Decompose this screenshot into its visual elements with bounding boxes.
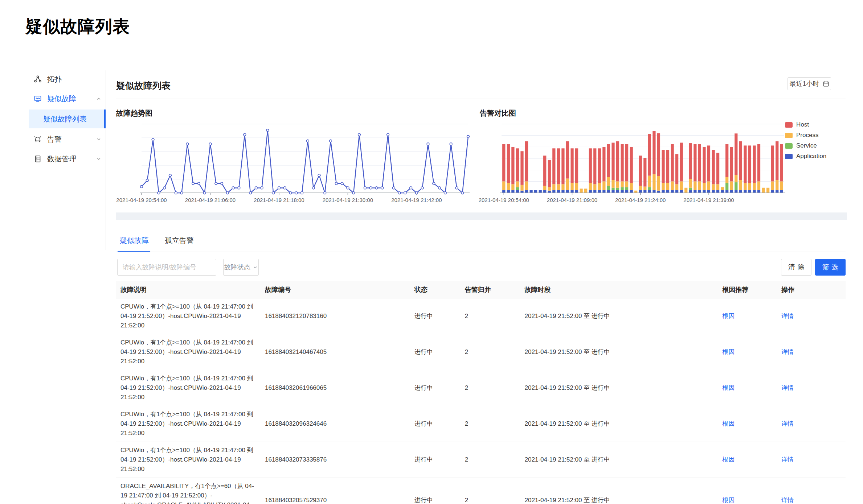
- col-header-desc: 故障说明: [116, 285, 261, 294]
- col-header-id: 故障编号: [261, 285, 410, 294]
- legend-swatch: [785, 154, 793, 159]
- alarm-merge-count: 2: [461, 492, 520, 504]
- table-body: CPUWio，有1个点>=100（从 04-19 21:47:00 到 04-1…: [116, 298, 846, 504]
- fault-description: ORACLE_AVAILABILITY，有1个点>=60（从 04-19 21:…: [116, 478, 261, 504]
- database-icon: [34, 155, 42, 163]
- table-row: CPUWio，有1个点>=100（从 04-19 21:47:00 到 04-1…: [116, 370, 846, 406]
- fault-status: 进行中: [410, 308, 461, 325]
- svg-text:2021-04-19 21:39:00: 2021-04-19 21:39:00: [683, 197, 734, 203]
- col-header-status: 状态: [410, 285, 461, 294]
- sidebar-item-label: 疑似故障: [47, 94, 76, 104]
- chevron-down-icon: [96, 156, 101, 161]
- alarm-merge-count: 2: [461, 416, 520, 432]
- fault-description: CPUWio，有1个点>=100（从 04-19 21:47:00 到 04-1…: [116, 298, 261, 334]
- legend-label: Process: [796, 132, 818, 139]
- filter-button[interactable]: 筛选: [815, 259, 846, 276]
- detail-link[interactable]: 详情: [781, 497, 794, 504]
- alarm-merge-count: 2: [461, 344, 520, 360]
- legend-label: Host: [796, 121, 809, 128]
- fault-status: 进行中: [410, 380, 461, 396]
- topology-icon: [34, 75, 42, 83]
- time-range-label: 最近1小时: [789, 79, 819, 88]
- sidebar-item-suspected-fault[interactable]: 疑似故障: [29, 90, 106, 107]
- legend-item-host[interactable]: Host: [785, 121, 826, 128]
- svg-text:2021-04-19 21:06:00: 2021-04-19 21:06:00: [185, 197, 236, 203]
- fault-period: 2021-04-19 21:52:00 至 进行中: [520, 492, 718, 504]
- panel-title: 疑似故障列表: [116, 80, 171, 92]
- col-header-period: 故障时段: [520, 285, 718, 294]
- status-select-label: 故障状态: [224, 263, 250, 272]
- alarm-merge-count: 2: [461, 308, 520, 325]
- calendar-icon: [823, 80, 829, 87]
- chevron-up-icon: [96, 96, 101, 101]
- alarm-compare-bar-chart: 2021-04-19 20:54:002021-04-19 21:09:0020…: [500, 121, 787, 205]
- root-cause-link[interactable]: 根因: [722, 420, 735, 427]
- col-header-merge: 告警归并: [461, 285, 520, 294]
- fault-trend-line-chart: 2021-04-19 20:54:002021-04-19 21:06:0020…: [140, 121, 470, 205]
- table-header-row: 故障说明 故障编号 状态 告警归并 故障时段 根因推荐 操作: [116, 281, 846, 298]
- detail-link[interactable]: 详情: [781, 384, 794, 391]
- root-cause-link[interactable]: 根因: [722, 348, 735, 355]
- fault-status: 进行中: [410, 451, 461, 468]
- col-header-rootcause: 根因推荐: [718, 285, 777, 294]
- fault-status: 进行中: [410, 344, 461, 360]
- fault-period: 2021-04-19 21:52:00 至 进行中: [520, 451, 718, 468]
- legend-swatch: [785, 122, 793, 128]
- chevron-down-icon: [96, 137, 101, 142]
- header-divider: [116, 99, 846, 99]
- sidebar-item-data-management[interactable]: 数据管理: [29, 150, 106, 168]
- root-cause-link[interactable]: 根因: [722, 497, 735, 504]
- root-cause-link[interactable]: 根因: [722, 456, 735, 463]
- detail-link[interactable]: 详情: [781, 420, 794, 427]
- chart-legend: HostProcessServiceApplication: [785, 121, 826, 160]
- detail-link[interactable]: 详情: [781, 313, 794, 319]
- sidebar-item-alarm[interactable]: 告警: [29, 131, 106, 148]
- table-row: ORACLE_AVAILABILITY，有1个点>=60（从 04-19 21:…: [116, 478, 846, 504]
- page-title: 疑似故障列表: [25, 15, 130, 38]
- search-input[interactable]: [117, 259, 216, 276]
- sidebar-item-label: 数据管理: [47, 154, 76, 164]
- alarm-merge-count: 2: [461, 451, 520, 468]
- chevron-down-icon: [253, 265, 258, 270]
- sidebar-item-label: 告警: [47, 135, 62, 144]
- table-row: CPUWio，有1个点>=100（从 04-19 21:47:00 到 04-1…: [116, 334, 846, 370]
- fault-period: 2021-04-19 21:52:00 至 进行中: [520, 308, 718, 325]
- legend-item-process[interactable]: Process: [785, 132, 826, 139]
- legend-item-service[interactable]: Service: [785, 142, 826, 149]
- svg-text:2021-04-19 21:30:00: 2021-04-19 21:30:00: [323, 197, 373, 203]
- sidebar-item-suspected-fault-list[interactable]: 疑似故障列表: [29, 110, 106, 128]
- fault-description: CPUWio，有1个点>=100（从 04-19 21:47:00 到 04-1…: [116, 406, 261, 442]
- sidebar-item-label: 疑似故障列表: [43, 114, 87, 124]
- bell-icon: [34, 135, 42, 143]
- root-cause-link[interactable]: 根因: [722, 313, 735, 319]
- fault-table: 故障说明 故障编号 状态 告警归并 故障时段 根因推荐 操作 CPUWio，有1…: [116, 281, 846, 504]
- fault-id: 161884032096324646: [261, 416, 410, 432]
- table-row: CPUWio，有1个点>=100（从 04-19 21:47:00 到 04-1…: [116, 406, 846, 442]
- clear-button[interactable]: 清除: [781, 259, 811, 276]
- sidebar-item-topology[interactable]: 拓扑: [29, 70, 106, 88]
- monitor-icon: [34, 95, 42, 103]
- fault-id: 161884032061966065: [261, 380, 410, 396]
- fault-status: 进行中: [410, 492, 461, 504]
- fault-period: 2021-04-19 21:52:00 至 进行中: [520, 416, 718, 432]
- legend-item-application[interactable]: Application: [785, 153, 826, 160]
- svg-text:2021-04-19 21:24:00: 2021-04-19 21:24:00: [615, 197, 666, 203]
- fault-description: CPUWio，有1个点>=100（从 04-19 21:47:00 到 04-1…: [116, 442, 261, 478]
- detail-link[interactable]: 详情: [781, 348, 794, 355]
- root-cause-link[interactable]: 根因: [722, 384, 735, 391]
- fault-description: CPUWio，有1个点>=100（从 04-19 21:47:00 到 04-1…: [116, 370, 261, 406]
- fault-description: CPUWio，有1个点>=100（从 04-19 21:47:00 到 04-1…: [116, 334, 261, 370]
- fault-status: 进行中: [410, 416, 461, 432]
- trend-chart-title: 故障趋势图: [116, 108, 152, 118]
- status-select[interactable]: 故障状态: [223, 259, 259, 276]
- detail-link[interactable]: 详情: [781, 456, 794, 463]
- tabs-divider: [116, 252, 846, 252]
- time-range-button[interactable]: 最近1小时: [788, 77, 831, 90]
- svg-text:2021-04-19 20:54:00: 2021-04-19 20:54:00: [116, 197, 167, 203]
- legend-label: Application: [796, 153, 826, 160]
- compare-chart-title: 告警对比图: [480, 108, 516, 118]
- svg-text:2021-04-19 21:18:00: 2021-04-19 21:18:00: [254, 197, 304, 203]
- fault-period: 2021-04-19 21:52:00 至 进行中: [520, 344, 718, 360]
- table-row: CPUWio，有1个点>=100（从 04-19 21:47:00 到 04-1…: [116, 298, 846, 334]
- fault-id: 161884032120783160: [261, 308, 410, 325]
